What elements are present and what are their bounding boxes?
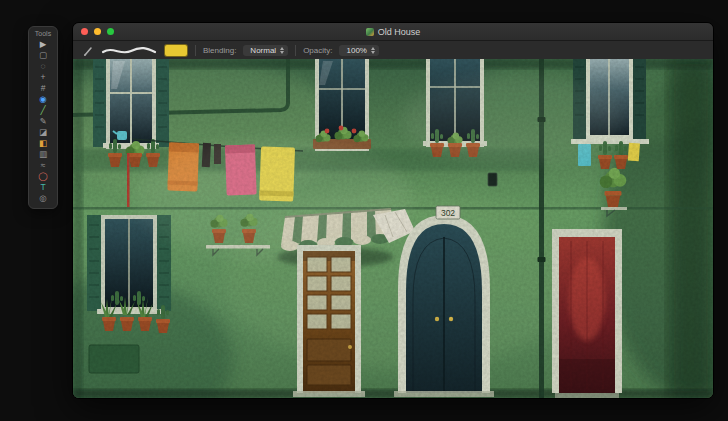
canvas[interactable]: 302 — [73, 59, 713, 398]
zoom-button[interactable] — [107, 28, 114, 35]
toolbar-divider — [295, 45, 296, 56]
marquee-tool-icon[interactable]: ▢ — [29, 50, 57, 61]
desktop: Tools ▶ ▢ ◌ + # ◉ ╱ ✎ ◪ ◧ ▥ ≈ ◯ T ◎ Old … — [0, 0, 728, 421]
tools-palette: Tools ▶ ▢ ◌ + # ◉ ╱ ✎ ◪ ◧ ▥ ≈ ◯ T ◎ — [28, 26, 58, 209]
eraser-tool-icon[interactable]: ◪ — [29, 127, 57, 138]
chevron-updown-icon — [371, 47, 375, 54]
opacity-value: 100% — [346, 46, 366, 55]
canvas-area: 302 — [73, 59, 713, 398]
pencil-tool-icon[interactable]: ✎ — [29, 116, 57, 127]
blending-dropdown[interactable]: Normal — [243, 45, 288, 56]
smudge-tool-icon[interactable]: ≈ — [29, 160, 57, 171]
traffic-lights — [73, 28, 114, 35]
toolbar-divider — [195, 45, 196, 56]
blending-value: Normal — [250, 46, 276, 55]
text-tool-icon[interactable]: T — [29, 182, 57, 193]
chevron-updown-icon — [280, 47, 284, 54]
opacity-label: Opacity: — [303, 46, 332, 55]
magic-wand-tool-icon[interactable]: + — [29, 72, 57, 83]
lasso-tool-icon[interactable]: ◌ — [29, 61, 57, 72]
document-icon — [366, 28, 374, 36]
shape-tool-icon[interactable]: ◯ — [29, 171, 57, 182]
toolbar: Blending: Normal Opacity: 100% — [73, 41, 713, 61]
fill-tool-icon[interactable]: ◧ — [29, 138, 57, 149]
brush-stroke-preview[interactable] — [101, 45, 157, 57]
minimize-button[interactable] — [94, 28, 101, 35]
gradient-tool-icon[interactable]: ▥ — [29, 149, 57, 160]
brush-tool-icon[interactable]: ╱ — [29, 105, 57, 116]
zoom-tool-icon[interactable]: ◎ — [29, 193, 57, 204]
close-button[interactable] — [81, 28, 88, 35]
blending-label: Blending: — [203, 46, 236, 55]
title-bar[interactable]: Old House — [73, 23, 713, 41]
window-title-area: Old House — [73, 27, 713, 37]
brush-icon[interactable] — [82, 45, 94, 57]
move-tool-icon[interactable]: ▶ — [29, 39, 57, 50]
window-title: Old House — [378, 27, 421, 37]
app-window: Old House Blending: Normal Opacity: 100% — [72, 22, 714, 399]
opacity-stepper[interactable]: 100% — [339, 45, 378, 56]
crop-tool-icon[interactable]: # — [29, 83, 57, 94]
color-swatch[interactable] — [164, 44, 188, 57]
color-picker-tool-icon[interactable]: ◉ — [29, 94, 57, 105]
tools-palette-title: Tools — [29, 30, 57, 37]
